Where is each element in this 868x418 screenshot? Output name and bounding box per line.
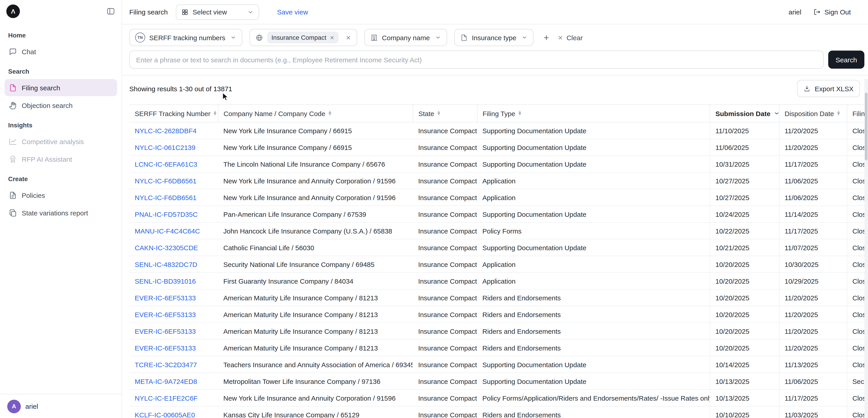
disposition-date-cell: 11/03/2025 <box>779 406 847 418</box>
building-icon <box>370 34 378 41</box>
tracking-number-link[interactable]: NYLC-IC-2628DBF4 <box>135 127 196 134</box>
submission-date-cell: 10/20/2025 <box>710 339 779 356</box>
tracking-number-cell: EVER-IC-6EF53133 <box>129 289 218 306</box>
collapse-sidebar-button[interactable] <box>106 7 115 16</box>
sign-out-button[interactable]: Sign Out <box>813 8 851 16</box>
jurisdiction-filter[interactable]: Insurance Compact <box>250 29 357 46</box>
tracking-number-link[interactable]: PNAL-IC-FD57D35C <box>135 210 197 218</box>
disposition-date-cell: 11/07/2025 <box>779 239 847 256</box>
company-name-dropdown[interactable]: Company name <box>364 29 447 46</box>
sign-out-label: Sign Out <box>825 8 851 16</box>
filing-type-cell: Riders and Endorsements <box>477 339 710 356</box>
sort-icon: ▲▼ <box>214 111 216 116</box>
column-header-submission-date[interactable]: Submission Date <box>710 105 779 122</box>
tracking-number-link[interactable]: META-IC-9A724ED8 <box>135 377 197 385</box>
globe-icon <box>256 34 264 41</box>
sidebar-item-rfp-ai-assistant[interactable]: RFP AI Assistant <box>4 150 117 168</box>
filing-type-cell: Supporting Documentation Update <box>477 139 710 155</box>
state-cell: Insurance Compact <box>413 189 477 206</box>
insurance-type-dropdown[interactable]: Insurance type <box>454 29 533 46</box>
tracking-number-link[interactable]: SENL-IC-BD391016 <box>135 277 196 285</box>
column-header-serff-tracking-number[interactable]: SERFF Tracking Number▲▼ <box>129 105 218 122</box>
column-header-state[interactable]: State▲▼ <box>413 105 477 122</box>
avatar-initial: A <box>12 403 16 410</box>
remove-chip-icon[interactable] <box>330 35 335 40</box>
state-cell: Insurance Compact <box>413 406 477 418</box>
export-xlsx-label: Export XLSX <box>815 85 854 92</box>
state-cell: Insurance Compact <box>413 339 477 356</box>
save-view-button[interactable]: Save view <box>277 8 308 16</box>
view-selector-dropdown[interactable]: Select view <box>176 4 259 20</box>
results-table-container: SERFF Tracking Number▲▼ Company Name / C… <box>129 104 868 418</box>
sidebar-item-filing-search[interactable]: Filing search <box>4 79 117 96</box>
tracking-number-link[interactable]: NYLC-IC-F6DB6561 <box>135 194 196 201</box>
clear-jurisdiction-filter-icon[interactable] <box>345 35 351 40</box>
disposition-date-cell: 11/14/2025 <box>779 206 847 222</box>
column-header-filing-type[interactable]: Filing Type▲▼ <box>477 105 710 122</box>
filing-type-cell: Policy Forms <box>477 222 710 239</box>
avatar: A <box>7 399 21 413</box>
state-cell: Insurance Compact <box>413 222 477 239</box>
submission-date-cell: 11/06/2025 <box>710 139 779 155</box>
tracking-number-cell: EVER-IC-6EF53133 <box>129 339 218 356</box>
company-name-value: Company name <box>382 34 430 41</box>
vertical-scrollbar[interactable] <box>864 79 868 418</box>
state-cell: Insurance Compact <box>413 306 477 323</box>
tracking-number-cell: EVER-IC-6EF53133 <box>129 323 218 339</box>
chevron-down-icon <box>521 34 528 41</box>
disposition-date-cell: 11/20/2025 <box>779 122 847 139</box>
sidebar-item-chat[interactable]: Chat <box>4 43 117 60</box>
sidebar-item-state-variations-report[interactable]: State variations report <box>4 204 117 221</box>
scrollbar-thumb[interactable] <box>865 93 868 160</box>
add-filter-button[interactable] <box>542 34 550 41</box>
filing-search-icon <box>8 83 17 92</box>
export-xlsx-button[interactable]: Export XLSX <box>797 80 860 97</box>
tracking-number-link[interactable]: LCNC-IC-6EFA61C3 <box>135 160 197 168</box>
company-cell: Security National Life Insurance Company… <box>218 256 413 273</box>
sidebar-user[interactable]: A ariel <box>0 394 122 418</box>
tracking-number-link[interactable]: CAKN-IC-32305CDE <box>135 244 198 251</box>
table-row: NYLC-IC-F6DB6561 New York Life Insurance… <box>129 172 868 189</box>
tracking-number-link[interactable]: MANU-IC-F4C4C64C <box>135 227 200 235</box>
section-label-insights: Insights <box>0 114 122 132</box>
tracking-number-link[interactable]: NYLC-IC-F6DB6561 <box>135 177 196 184</box>
document-search-input[interactable] <box>129 50 824 69</box>
collapse-sidebar-icon <box>106 7 115 16</box>
filing-type-cell: Application <box>477 189 710 206</box>
table-row: SENL-IC-4832DC7D Security National Life … <box>129 256 868 273</box>
view-grid-icon <box>181 8 188 15</box>
company-cell: New York Life Insurance and Annuity Corp… <box>218 172 413 189</box>
sidebar-item-objection-search[interactable]: Objection search <box>4 97 117 114</box>
disposition-date-cell: 11/20/2025 <box>779 139 847 155</box>
company-cell: John Hancock Life Insurance Company (U.S… <box>218 222 413 239</box>
tracking-number-link[interactable]: NYLC-IC-E1FE2C6F <box>135 394 197 402</box>
submission-date-cell: 10/20/2025 <box>710 273 779 289</box>
jurisdiction-chip[interactable]: Insurance Compact <box>268 32 339 43</box>
search-field-dropdown[interactable]: TN SERFF tracking numbers <box>129 29 243 46</box>
tracking-number-link[interactable]: SENL-IC-4832DC7D <box>135 260 197 268</box>
sidebar-nav: Home Chat Search Filing search Objection… <box>0 23 122 394</box>
sidebar-item-competitive-analysis[interactable]: Competitive analysis <box>4 133 117 150</box>
disposition-date-cell: 11/17/2025 <box>779 389 847 406</box>
tracking-number-link[interactable]: EVER-IC-6EF53133 <box>135 327 196 335</box>
submission-date-cell: 10/27/2025 <box>710 189 779 206</box>
search-button[interactable]: Search <box>828 50 864 69</box>
tracking-number-link[interactable]: EVER-IC-6EF53133 <box>135 311 196 318</box>
tracking-number-link[interactable]: NYLC-IC-061C2139 <box>135 143 195 151</box>
tracking-number-link[interactable]: TCRE-IC-3C2D3477 <box>135 361 197 368</box>
column-header-company-name[interactable]: Company Name / Company Code▲▼ <box>218 105 413 122</box>
tracking-number-link[interactable]: KCLF-IC-00605AE0 <box>135 411 195 418</box>
tracking-number-link[interactable]: EVER-IC-6EF53133 <box>135 294 196 302</box>
insurance-type-value: Insurance type <box>472 34 516 41</box>
filing-type-cell: Riders and Endorsements <box>477 306 710 323</box>
state-cell: Insurance Compact <box>413 389 477 406</box>
file-text-icon <box>8 191 17 199</box>
sidebar-item-policies[interactable]: Policies <box>4 186 117 204</box>
clear-filters-button[interactable]: Clear <box>557 34 583 41</box>
tracking-number-link[interactable]: EVER-IC-6EF53133 <box>135 344 196 352</box>
plus-icon <box>542 34 550 41</box>
results-summary: Showing results 1-30 out of 13871 <box>129 85 232 92</box>
column-header-disposition-date[interactable]: Disposition Date▲▼ <box>779 105 847 122</box>
tracking-number-cell: SENL-IC-BD391016 <box>129 273 218 289</box>
disposition-date-cell: 11/13/2025 <box>779 356 847 373</box>
